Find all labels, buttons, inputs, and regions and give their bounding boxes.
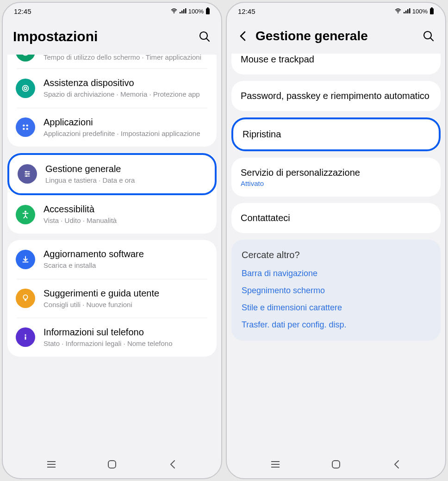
row-reset[interactable]: Ripristina: [231, 117, 441, 151]
row-contact-us[interactable]: Contattateci: [231, 203, 441, 233]
status-bar: 12:45 100%: [227, 3, 445, 19]
nav-back[interactable]: [387, 457, 406, 471]
battery-icon: [205, 7, 210, 15]
row-accessibility[interactable]: Accessibilità Vista · Udito · Manualità: [7, 195, 217, 234]
svg-rect-37: [430, 8, 434, 14]
search-button[interactable]: [422, 30, 435, 43]
row-applications[interactable]: Applicazioni Applicazioni predefinite · …: [7, 108, 217, 147]
svg-point-11: [23, 85, 29, 91]
row-software-update[interactable]: Aggiornamento software Scarica e install…: [7, 240, 217, 278]
row-personalization[interactable]: Servizio di personalizzazione Attivato: [231, 158, 441, 197]
row-subtitle: Vista · Udito · Manualità: [44, 216, 208, 225]
search-button[interactable]: [198, 30, 211, 43]
card-password-group: Password, passkey e riempimento automati…: [231, 81, 441, 111]
row-title: Mouse e trackpad: [241, 54, 431, 65]
row-subtitle: Scarica e installa: [44, 261, 208, 270]
svg-rect-4: [185, 8, 187, 13]
svg-rect-6: [207, 7, 209, 8]
row-subtitle: Spazio di archiviazione · Memoria · Prot…: [44, 90, 208, 99]
row-title: Aggiornamento software: [44, 248, 208, 260]
svg-point-18: [25, 171, 27, 173]
svg-point-20: [28, 173, 30, 175]
nav-home[interactable]: [327, 457, 345, 471]
nav-recents[interactable]: [266, 457, 285, 471]
row-title: Contattateci: [241, 212, 431, 224]
svg-point-26: [25, 334, 26, 336]
suggest-link-font[interactable]: Stile e dimensioni carattere: [242, 303, 430, 313]
svg-rect-44: [332, 461, 340, 468]
header: Gestione generale: [227, 19, 445, 54]
svg-point-23: [25, 210, 26, 212]
svg-point-13: [23, 124, 25, 126]
suggest-link-screen-off[interactable]: Spegnimento schermo: [242, 286, 430, 296]
suggest-link-transfer[interactable]: Trasfer. dati per config. disp.: [242, 320, 430, 330]
device-care-icon: [16, 79, 35, 98]
signal-icon: [179, 8, 187, 14]
general-management-list: Mouse e trackpad Password, passkey e rie…: [227, 54, 445, 453]
tips-icon: [16, 289, 35, 308]
status-indicators: 100%: [171, 7, 210, 15]
status-time: 12:45: [238, 7, 255, 15]
suggest-link-navbar[interactable]: Barra di navigazione: [242, 269, 430, 278]
phone-left: 12:45 100% Impostazioni Tempo di utilizz…: [2, 2, 222, 479]
card-contact-group: Contattateci: [231, 203, 441, 233]
svg-rect-34: [405, 11, 407, 13]
row-subtitle: Consigli utili · Nuove funzioni: [44, 300, 208, 309]
svg-point-16: [26, 128, 28, 130]
svg-line-8: [206, 38, 209, 41]
row-subtitle: Applicazioni predefinite · Impostazioni …: [44, 129, 208, 138]
row-mouse-trackpad[interactable]: Mouse e trackpad: [231, 54, 441, 74]
nav-recents[interactable]: [42, 457, 61, 471]
nav-home[interactable]: [103, 457, 121, 471]
svg-point-22: [25, 175, 27, 177]
row-subtitle: Lingua e tastiera · Data e ora: [45, 176, 206, 185]
nav-bar: [227, 453, 445, 478]
row-title: Servizio di personalizzazione: [241, 167, 431, 179]
card-wellbeing-group: Tempo di utilizzo dello schermo · Timer …: [7, 55, 217, 147]
row-device-care[interactable]: Assistenza dispositivo Spazio di archivi…: [7, 69, 217, 107]
search-icon: [423, 30, 435, 42]
svg-rect-3: [183, 9, 185, 13]
battery-text: 100%: [412, 8, 428, 15]
status-indicators: 100%: [395, 7, 434, 15]
svg-rect-35: [407, 9, 409, 13]
page-title: Impostazioni: [13, 29, 192, 44]
row-about-phone[interactable]: Informazioni sul telefono Stato · Inform…: [7, 318, 217, 357]
row-tips[interactable]: Suggerimenti e guida utente Consigli uti…: [7, 279, 217, 318]
wifi-icon: [395, 8, 401, 14]
search-icon: [199, 31, 211, 43]
status-bar: 12:45 100%: [3, 3, 221, 19]
header: Impostazioni: [3, 19, 221, 55]
svg-rect-36: [409, 8, 411, 13]
nav-back[interactable]: [163, 457, 182, 471]
row-status: Attivato: [241, 179, 431, 187]
looking-for-card: Cercate altro? Barra di navigazione Speg…: [231, 240, 441, 341]
svg-rect-2: [181, 11, 183, 13]
row-title: Accessibilità: [44, 204, 208, 215]
svg-point-12: [24, 87, 27, 90]
back-button[interactable]: [237, 30, 249, 42]
svg-point-32: [398, 12, 398, 13]
row-title: Password, passkey e riempimento automati…: [241, 90, 431, 102]
row-title: Assistenza dispositivo: [44, 77, 208, 89]
update-icon: [16, 250, 35, 269]
row-title: Informazioni sul telefono: [44, 327, 208, 338]
svg-point-15: [23, 128, 25, 130]
info-icon: [16, 327, 35, 347]
card-general-group: Gestione generale Lingua e tastiera · Da…: [7, 153, 217, 234]
svg-point-9: [22, 55, 29, 55]
row-general-management[interactable]: Gestione generale Lingua e tastiera · Da…: [7, 153, 217, 195]
signal-icon: [403, 8, 411, 14]
row-subtitle: Tempo di utilizzo dello schermo · Timer …: [44, 55, 208, 62]
apps-icon: [16, 117, 35, 137]
suggest-heading: Cercate altro?: [242, 250, 430, 260]
svg-rect-5: [206, 8, 210, 14]
wellbeing-icon: [16, 55, 35, 62]
battery-icon: [429, 7, 434, 15]
wifi-icon: [171, 8, 177, 14]
card-input-group: Mouse e trackpad: [231, 54, 441, 74]
general-icon: [18, 164, 37, 184]
row-digital-wellbeing[interactable]: Tempo di utilizzo dello schermo · Timer …: [7, 55, 217, 68]
row-password-autofill[interactable]: Password, passkey e riempimento automati…: [231, 81, 441, 111]
row-title: Applicazioni: [44, 117, 208, 128]
